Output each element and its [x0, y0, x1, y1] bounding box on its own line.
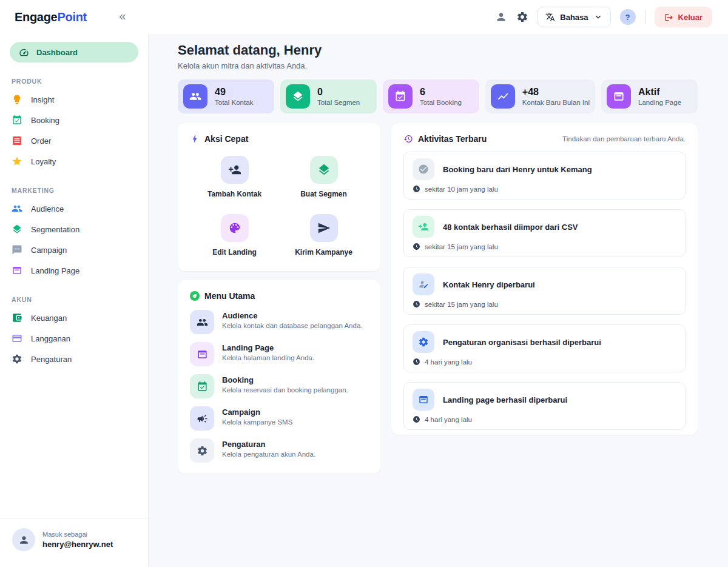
sidebar-item-loyalty[interactable]: Loyalty — [10, 151, 138, 172]
sidebar-section: MARKETINGAudienceSegmentationCampaignLan… — [10, 187, 138, 281]
sidebar-section-title: MARKETING — [12, 187, 138, 194]
stat-text: 6Total Booking — [420, 87, 462, 106]
quick-actions-header: Aksi Cepat — [190, 134, 368, 144]
bolt-icon — [190, 134, 200, 144]
stat-value: 6 — [420, 87, 462, 98]
language-button[interactable]: Bahasa — [538, 7, 610, 27]
activity-item-top: 48 kontak berhasil diimpor dari CSV — [413, 216, 676, 238]
quick-actions-title: Aksi Cepat — [204, 134, 248, 144]
sidebar-item-label: Segmentation — [31, 225, 79, 234]
activity-item[interactable]: Booking baru dari Henry untuk Kemangseki… — [403, 152, 686, 200]
sidebar-item-insight[interactable]: Insight — [10, 89, 138, 110]
activity-item-time: sekitar 15 jam yang lalu — [413, 243, 676, 250]
stat-card-landing-page[interactable]: AktifLanding Page — [601, 79, 698, 113]
avatar[interactable] — [12, 528, 35, 551]
activity-time-label: sekitar 15 jam yang lalu — [425, 301, 498, 308]
activity-item-time: sekitar 10 jam yang lalu — [413, 185, 676, 193]
menu-item-title: Pengaturan — [222, 440, 315, 449]
logo-text-primary: Engage — [15, 10, 57, 24]
menu-item-campaign[interactable]: CampaignKelola kampanye SMS — [190, 406, 368, 431]
activity-item[interactable]: 48 kontak berhasil diimpor dari CSVsekit… — [403, 209, 686, 257]
gauge-icon — [19, 47, 29, 58]
quick-action-buat-segmen[interactable]: Buat Segmen — [279, 156, 368, 198]
activity-item[interactable]: Pengaturan organisasi berhasil diperbaru… — [403, 324, 686, 372]
help-button[interactable]: ? — [620, 9, 636, 25]
stat-text: 49Total Kontak — [215, 87, 253, 106]
sidebar-item-label: Pengaturan — [31, 355, 72, 364]
sidebar-item-langganan[interactable]: Langganan — [10, 328, 138, 349]
sidebar-item-booking[interactable]: Booking — [10, 110, 138, 130]
sidebar-item-label: Keuangan — [31, 314, 67, 323]
logo-text-secondary: Point — [57, 10, 87, 24]
signed-in-label: Masuk sebagai — [42, 531, 113, 538]
calendar-check-icon — [12, 115, 22, 126]
menu-item-description: Kelola pengaturan akun Anda. — [222, 451, 315, 458]
menu-item-text: AudienceKelola kontak dan database pelan… — [222, 310, 362, 329]
sidebar-item-campaign[interactable]: Campaign — [10, 240, 138, 260]
sidebar-item-segmentation[interactable]: Segmentation — [10, 219, 138, 240]
bulb-icon — [12, 94, 22, 105]
activity-header: Aktivitas Terbaru Tindakan dan pembaruan… — [403, 134, 686, 144]
main-menu-header: Menu Utama — [190, 291, 368, 301]
menu-item-title: Campaign — [222, 408, 292, 417]
user-email: henry@henryw.net — [42, 540, 113, 549]
gear-icon[interactable] — [516, 11, 528, 23]
quick-actions-panel: Aksi Cepat Tambah KontakBuat SegmenEdit … — [178, 123, 380, 271]
stat-label: Total Kontak — [215, 99, 253, 106]
credit-card-icon — [12, 333, 22, 344]
browser-icon — [607, 84, 631, 109]
stat-card-total-booking[interactable]: 6Total Booking — [383, 79, 479, 113]
quick-action-tambah-kontak[interactable]: Tambah Kontak — [190, 156, 279, 198]
activity-time-label: sekitar 10 jam yang lalu — [425, 186, 498, 193]
palette-icon — [221, 214, 249, 242]
activity-time-label: sekitar 15 jam yang lalu — [425, 243, 498, 250]
logout-button[interactable]: Keluar — [655, 7, 712, 27]
sidebar-item-label: Insight — [31, 95, 54, 104]
sidebar-item-landing-page[interactable]: Landing Page — [10, 260, 138, 281]
quick-action-kirim-kampanye[interactable]: Kirim Kampanye — [279, 214, 368, 257]
sidebar-item-label: Landing Page — [31, 266, 79, 275]
stat-value: 49 — [215, 87, 253, 98]
gear-icon — [190, 438, 214, 463]
sidebar-nav: Dashboard PRODUKInsightBookingOrderLoyal… — [0, 34, 148, 369]
activity-item-top: Pengaturan organisasi berhasil diperbaru… — [413, 331, 676, 353]
layers-icon — [12, 224, 22, 235]
sidebar-item-keuangan[interactable]: Keuangan — [10, 307, 138, 328]
stat-text: 0Total Segmen — [317, 87, 360, 106]
menu-item-description: Kelola kampanye SMS — [222, 418, 292, 426]
menu-item-text: PengaturanKelola pengaturan akun Anda. — [222, 438, 315, 458]
user-icon[interactable] — [495, 11, 507, 23]
sidebar-item-dashboard[interactable]: Dashboard — [10, 42, 138, 62]
activity-time-label: 4 hari yang lalu — [425, 416, 472, 423]
menu-item-description: Kelola kontak dan database pelanggan And… — [222, 322, 362, 329]
stat-card-total-segmen[interactable]: 0Total Segmen — [280, 79, 377, 113]
user-edit-icon — [413, 273, 434, 295]
menu-item-landing-page[interactable]: Landing PageKelola halaman landing Anda. — [190, 342, 368, 366]
sidebar-item-audience[interactable]: Audience — [10, 198, 138, 219]
menu-item-booking[interactable]: BookingKelola reservasi dan booking pela… — [190, 374, 368, 398]
sidebar-item-pengaturan[interactable]: Pengaturan — [10, 349, 138, 369]
stats-row: 49Total Kontak0Total Segmen6Total Bookin… — [178, 79, 698, 113]
sidebar-item-order[interactable]: Order — [10, 130, 138, 151]
activity-item[interactable]: Kontak Henry diperbaruisekitar 15 jam ya… — [403, 267, 686, 315]
megaphone-icon — [190, 406, 214, 431]
quick-action-edit-landing[interactable]: Edit Landing — [190, 214, 279, 257]
star-icon — [12, 156, 22, 167]
sidebar-item-label: Booking — [31, 116, 59, 125]
leaf-icon — [190, 291, 200, 301]
clock-icon — [413, 358, 420, 366]
browser-icon — [190, 342, 214, 366]
menu-item-pengaturan[interactable]: PengaturanKelola pengaturan akun Anda. — [190, 438, 368, 463]
stat-label: Total Segmen — [317, 99, 360, 106]
stat-label: Total Booking — [420, 99, 462, 106]
gear-icon — [413, 331, 434, 353]
sidebar-collapse-icon[interactable] — [117, 12, 128, 22]
stat-card-kontak-baru-bulan-ini[interactable]: +48Kontak Baru Bulan Ini — [485, 79, 595, 113]
sidebar-section: PRODUKInsightBookingOrderLoyalty — [10, 78, 138, 172]
sidebar: Dashboard PRODUKInsightBookingOrderLoyal… — [0, 34, 149, 567]
activity-item[interactable]: Landing page berhasil diperbarui4 hari y… — [403, 382, 686, 430]
activity-item-top: Booking baru dari Henry untuk Kemang — [413, 158, 676, 180]
menu-item-audience[interactable]: AudienceKelola kontak dan database pelan… — [190, 310, 368, 334]
stat-card-total-kontak[interactable]: 49Total Kontak — [178, 79, 274, 113]
quick-action-label: Tambah Kontak — [207, 190, 261, 198]
